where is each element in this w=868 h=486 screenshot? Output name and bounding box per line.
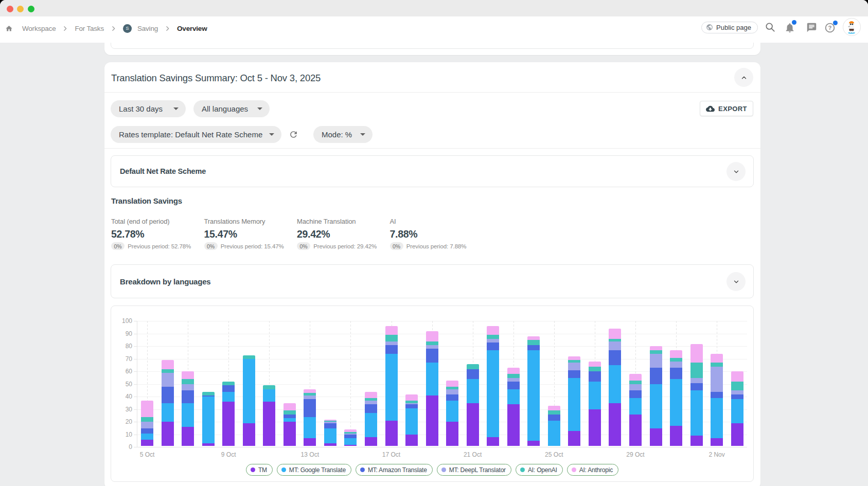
svg-text:?: ? xyxy=(828,25,832,31)
